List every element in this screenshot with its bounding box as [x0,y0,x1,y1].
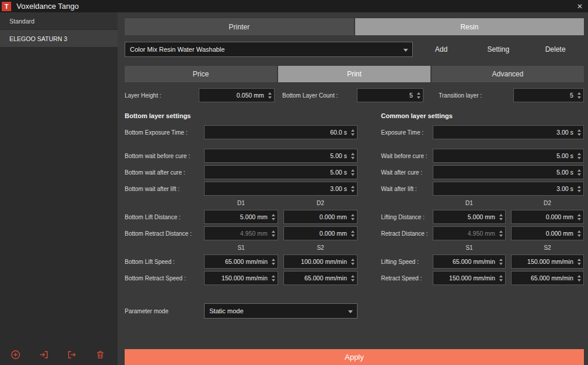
bottom-lift-speed-s2-input[interactable]: 100.000 mm/min [283,255,358,269]
layer-height-input[interactable]: 0.050 mm [199,88,275,102]
spinner-icon[interactable] [496,227,505,240]
exposure-time-input[interactable]: 3.00 s [433,125,584,139]
tab-print[interactable]: Print [278,66,430,82]
value: 0.050 mm [236,92,264,99]
column-header-d2: D2 [283,200,358,206]
retract-speed-s1-input[interactable]: 150.000 mm/min [433,271,506,285]
spinner-icon[interactable] [574,166,583,179]
spinner-icon[interactable] [348,272,357,284]
field-label: Retract Distance : [381,230,433,237]
lifting-distance-d1-input[interactable]: 5.000 mm [433,210,506,224]
bottom-retract-speed-s1-input[interactable]: 150.000 mm/min [204,271,278,285]
tab-resin[interactable]: Resin [355,18,584,35]
spinner-icon[interactable] [269,210,278,223]
retract-speed-s2-input[interactable]: 65.000 mm/min [511,271,584,285]
spinner-icon[interactable] [348,255,357,268]
spinner-icon[interactable] [574,255,583,268]
bottom-lift-speed-s1-input[interactable]: 65.000 mm/min [204,255,278,269]
spinner-icon[interactable] [348,149,357,162]
field-label: Lifting Distance : [381,214,433,220]
app-window: T Voxeldance Tango ✕ Standard ELEGOO SAT… [0,0,588,365]
value: 65.000 mm/min [531,274,573,282]
spinner-icon[interactable] [269,272,278,284]
close-icon[interactable]: ✕ [577,0,583,12]
spinner-icon[interactable] [269,227,278,240]
export-profile-icon[interactable] [67,350,77,360]
bottom-layer-count-input[interactable]: 5 [357,88,423,102]
spinner-icon[interactable] [496,255,505,268]
chevron-down-icon [403,49,408,52]
tab-advanced[interactable]: Advanced [432,66,584,82]
wait-after-cure-input[interactable]: 5.00 s [433,165,584,179]
lifting-distance-d2-input[interactable]: 0.000 mm [511,210,584,224]
spinner-icon[interactable] [574,210,583,223]
transition-layer-input[interactable]: 5 [513,88,584,102]
tab-price[interactable]: Price [125,66,277,82]
field-label: Bottom Retract Speed : [125,275,204,282]
field-label: Wait before cure : [381,153,433,159]
spinner-icon[interactable] [348,166,357,179]
sidebar-toolbar [11,350,105,360]
lifting-speed-s2-input[interactable]: 150.000 mm/min [511,255,584,269]
add-profile-icon[interactable] [11,350,21,360]
value: 150.000 mm/min [527,258,573,265]
wait-before-cure-input[interactable]: 5.00 s [433,149,584,163]
sidebar-item-elegoo-saturn-3[interactable]: ELEGOO SATURN 3 [0,30,118,48]
spinner-icon[interactable] [265,89,274,102]
spinner-icon[interactable] [348,182,357,195]
retract-distance-d2-input[interactable]: 0.000 mm [511,226,584,240]
bottom-lift-distance-d2-input[interactable]: 0.000 mm [283,210,358,224]
bottom-retract-distance-d1-input[interactable]: 4.950 mm [204,226,278,240]
bottom-retract-distance-d2-input[interactable]: 0.000 mm [283,226,358,240]
bottom-exposure-time-input[interactable]: 60.0 s [204,125,358,139]
value: 65.000 mm/min [305,274,347,282]
value: 5.000 mm [467,213,495,220]
delete-button[interactable]: Delete [527,45,584,53]
bottom-wait-before-cure-input[interactable]: 5.00 s [204,149,358,163]
delete-profile-icon[interactable] [95,350,105,360]
speed-column-headers: S1 S2 [381,243,584,253]
spinner-icon[interactable] [574,182,583,195]
apply-button[interactable]: Apply [125,349,584,365]
spinner-icon[interactable] [269,255,278,268]
spinner-icon[interactable] [348,227,357,240]
spinner-icon[interactable] [574,89,583,102]
lifting-speed-s1-input[interactable]: 65.000 mm/min [433,255,506,269]
add-button[interactable]: Add [413,45,470,53]
retract-distance-d1-input[interactable]: 4.950 mm [433,226,506,240]
column-header-s2: S2 [511,245,584,251]
spinner-icon[interactable] [348,210,357,223]
bottom-retract-speed-s2-input[interactable]: 65.000 mm/min [283,271,358,285]
spinner-icon[interactable] [348,126,357,139]
value: 0.000 mm [546,213,573,220]
spinner-icon[interactable] [574,272,583,284]
field-label: Bottom Lift Distance : [125,214,204,220]
bottom-wait-after-lift-input[interactable]: 3.00 s [204,182,358,196]
value: 5.00 s [330,152,347,159]
value: 5.00 s [330,169,347,176]
tab-printer[interactable]: Printer [125,18,354,35]
field-label: Retract Speed : [381,275,433,282]
spinner-icon[interactable] [574,149,583,162]
field-label: Wait after lift : [381,186,433,192]
spinner-icon[interactable] [574,227,583,240]
bottom-wait-after-cure-input[interactable]: 5.00 s [204,165,358,179]
spinner-icon[interactable] [496,272,505,284]
spinner-icon[interactable] [574,126,583,139]
field-label: Bottom wait after cure : [125,169,204,176]
value: 5.00 s [556,169,573,176]
sidebar-item-standard[interactable]: Standard [0,12,118,30]
column-header-s2: S2 [283,245,358,251]
parameter-mode-dropdown[interactable]: Static mode [204,303,358,319]
setting-button[interactable]: Setting [470,45,527,53]
wait-after-lift-input[interactable]: 3.00 s [433,182,584,196]
chevron-down-icon [348,310,353,313]
resin-profile-dropdown[interactable]: Color Mix Resin Water Washable [125,42,413,57]
bottom-lift-distance-d1-input[interactable]: 5.000 mm [204,210,278,224]
import-profile-icon[interactable] [39,350,49,360]
spinner-icon[interactable] [496,210,505,223]
column-header-d2: D2 [511,200,584,206]
column-header-d1: D1 [204,200,278,206]
app-logo-icon: T [2,2,11,11]
spinner-icon[interactable] [414,89,423,102]
